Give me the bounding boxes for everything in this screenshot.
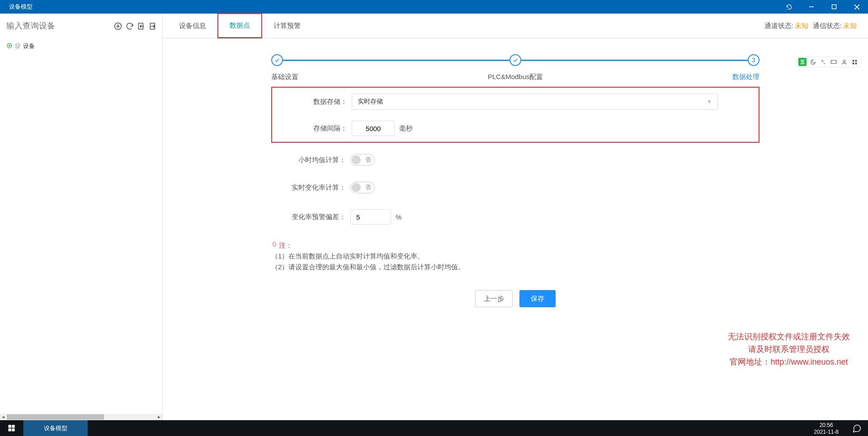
taskbar-date: 2021-11-8 <box>814 429 839 436</box>
taskbar-app[interactable]: 设备模型 <box>24 420 88 436</box>
license-warning: 无法识别授权文件或注册文件失效 请及时联系管理员授权 官网地址：http://w… <box>728 330 850 368</box>
rate-toggle-label: 否 <box>365 183 371 192</box>
notes-title: 注： <box>279 240 292 250</box>
titlebar: 设备模型 <box>0 0 868 14</box>
add-icon[interactable] <box>113 21 123 31</box>
svg-rect-18 <box>12 425 14 427</box>
maximize-button[interactable] <box>823 0 845 14</box>
minimize-button[interactable] <box>800 0 823 14</box>
channel-status-label: 通道状态: <box>764 22 793 30</box>
interval-input[interactable] <box>352 121 395 136</box>
storage-select[interactable]: 实时存储 ▼ <box>352 94 718 110</box>
svg-rect-15 <box>852 62 854 64</box>
taskbar-time: 20:56 <box>814 422 839 429</box>
chevron-down-icon: ▼ <box>707 98 712 105</box>
svg-rect-9 <box>831 61 836 64</box>
close-button[interactable] <box>845 0 868 14</box>
svg-rect-1 <box>832 5 836 9</box>
status-bar: 通道状态: 未知 通信状态: 未知 <box>764 14 868 38</box>
channel-status-value: 未知 <box>795 22 808 30</box>
radio-icon <box>7 43 12 50</box>
svg-point-8 <box>9 45 10 47</box>
notification-icon[interactable] <box>845 423 868 433</box>
svg-rect-20 <box>12 428 14 431</box>
save-button[interactable]: 保存 <box>519 290 556 307</box>
warning-url-link[interactable]: http://www.ineuos.net <box>770 357 848 366</box>
step-1-label: 基础设置 <box>271 73 298 81</box>
ime-badge-icon[interactable]: 五 <box>798 58 807 66</box>
deviation-input[interactable] <box>350 209 391 225</box>
punct-icon[interactable]: °, <box>819 58 827 66</box>
tab-device-info[interactable]: 设备信息 <box>167 14 218 38</box>
rate-toggle[interactable]: 否 <box>350 182 375 193</box>
comm-status-value: 未知 <box>843 22 857 30</box>
svg-point-12 <box>843 60 845 62</box>
step-line-1 <box>283 60 509 61</box>
person-icon[interactable] <box>840 58 848 66</box>
note-1: （1）在当前数据点上自动实时计算均值和变化率。 <box>271 251 760 261</box>
step-3-label: 数据处理 <box>732 73 760 81</box>
stepper: 3 <box>271 54 760 66</box>
warning-line-1: 无法识别授权文件或注册文件失效 <box>728 330 850 343</box>
search-input[interactable] <box>5 19 113 33</box>
step-1-node[interactable] <box>271 54 283 66</box>
warning-line-2: 请及时联系管理员授权 <box>728 343 850 356</box>
tab-calc-alert[interactable]: 计算预警 <box>262 14 312 38</box>
svg-rect-14 <box>855 60 857 61</box>
comm-status-label: 通信状态: <box>813 22 842 30</box>
deviation-unit: % <box>396 213 401 221</box>
tree-root-label: 设备 <box>23 42 35 50</box>
warning-url-prefix: 官网地址： <box>730 357 770 366</box>
notes: 注： （1）在当前数据点上自动实时计算均值和变化率。 （2）请设置合理的最大值和… <box>271 240 760 272</box>
note-2: （2）请设置合理的最大值和最小值，过滤数据后计算小时均值。 <box>271 262 760 272</box>
storage-label: 数据存储： <box>291 98 352 106</box>
svg-rect-16 <box>855 62 857 64</box>
start-button[interactable] <box>0 420 24 436</box>
taskbar-clock[interactable]: 20:56 2021-11-8 <box>807 421 845 436</box>
deviation-label: 变化率预警偏差： <box>289 213 350 221</box>
taskbar: 设备模型 20:56 2021-11-8 <box>0 420 868 436</box>
tab-data-point[interactable]: 数据点 <box>218 14 262 38</box>
export-icon[interactable] <box>148 21 158 31</box>
import-icon[interactable] <box>137 21 146 31</box>
moon-icon[interactable] <box>809 58 817 66</box>
keyboard-icon[interactable] <box>830 58 838 66</box>
interval-label: 存储间隔： <box>291 124 352 133</box>
svg-rect-13 <box>852 60 854 61</box>
svg-rect-17 <box>8 425 11 427</box>
hourly-toggle-label: 否 <box>365 156 371 164</box>
step-line-2 <box>521 60 748 61</box>
hourly-toggle[interactable]: 否 <box>350 154 375 166</box>
ime-toolbar[interactable]: 五 °, <box>796 56 861 67</box>
hourly-label: 小时均值计算： <box>289 156 350 164</box>
tree-root[interactable]: 设备 <box>7 41 156 52</box>
flame-icon <box>271 240 278 250</box>
layers-icon <box>14 42 21 50</box>
interval-unit: 毫秒 <box>399 124 413 133</box>
step-2-node[interactable] <box>509 54 521 66</box>
refresh-button[interactable] <box>778 0 800 14</box>
grid-icon[interactable] <box>850 58 859 66</box>
sidebar-scrollbar[interactable]: ◄► <box>0 414 162 420</box>
storage-value: 实时存储 <box>358 98 383 106</box>
refresh-icon[interactable] <box>125 21 135 31</box>
step-3-node[interactable]: 3 <box>748 54 760 66</box>
svg-rect-19 <box>8 428 11 431</box>
titlebar-title: 设备模型 <box>9 3 33 11</box>
sidebar: 设备 ◄► <box>0 14 163 420</box>
prev-button[interactable]: 上一步 <box>475 290 513 307</box>
step-2-label: PLC&Modbus配置 <box>488 73 543 81</box>
rate-label: 实时变化率计算： <box>289 183 350 192</box>
